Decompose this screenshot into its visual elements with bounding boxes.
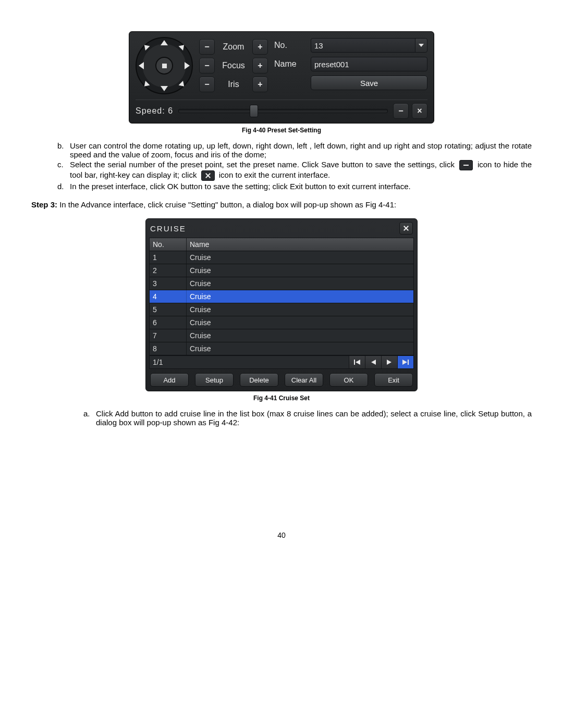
close-button[interactable]: × (412, 103, 427, 119)
row-no: 2 (150, 264, 187, 277)
preset-fields: No. 13 Name preset001 Save (274, 38, 427, 90)
preset-no-select[interactable]: 13 (311, 38, 427, 53)
row-name: Cruise (187, 251, 413, 264)
list-marker: a. (83, 409, 96, 427)
row-no: 5 (150, 303, 187, 316)
preset-set-panel: − Zoom + − Focus + − Iris + No. (129, 31, 434, 124)
table-row[interactable]: 4Cruise (150, 290, 413, 303)
row-name: Cruise (187, 303, 413, 316)
next-page-button[interactable] (381, 356, 397, 368)
table-row[interactable]: 3Cruise (150, 277, 413, 290)
table-row[interactable]: 2Cruise (150, 264, 413, 277)
instruction-list: b. User can control the dome rotating up… (31, 141, 532, 191)
row-name: Cruise (187, 264, 413, 277)
ptz-down-icon[interactable] (161, 86, 168, 91)
preset-name-value: preset001 (314, 60, 349, 69)
instruction-c: Select the serial number of the preset p… (70, 160, 532, 181)
last-page-icon (402, 360, 409, 365)
speed-label: Speed: (136, 106, 165, 115)
svg-rect-5 (408, 360, 409, 365)
focus-minus-button[interactable]: − (199, 58, 215, 73)
last-page-button[interactable] (397, 356, 413, 368)
list-marker: b. (57, 141, 70, 159)
chevron-down-icon (419, 44, 424, 47)
zoom-plus-button[interactable]: + (252, 39, 268, 55)
ptz-right-icon[interactable] (185, 62, 190, 69)
first-page-button[interactable] (349, 356, 365, 368)
setup-button[interactable]: Setup (195, 373, 234, 387)
table-row[interactable]: 7Cruise (150, 329, 413, 342)
page-number: 40 (31, 531, 532, 539)
cruise-title: CRUISE (150, 224, 186, 233)
cruise-dialog: CRUISE No. Name 1Cruise2Cruise3Cruise4Cr… (145, 218, 418, 391)
svg-marker-1 (356, 360, 360, 365)
ptz-direction-wheel[interactable] (136, 37, 193, 94)
instruction-d: In the preset interface, click OK button… (70, 182, 532, 191)
row-no: 1 (150, 251, 187, 264)
ok-button[interactable]: OK (329, 373, 368, 387)
speed-value: 6 (168, 106, 173, 115)
table-row[interactable]: 8Cruise (150, 342, 413, 355)
instruction-list-2: a. Click Add button to add cruise line i… (31, 409, 532, 427)
close-icon: × (417, 106, 422, 116)
page-indicator: 1/1 (150, 356, 349, 368)
svg-marker-4 (402, 360, 407, 365)
slider-thumb-icon[interactable] (250, 105, 258, 117)
focus-label: Focus (218, 61, 249, 70)
close-icon (201, 170, 215, 181)
prev-page-icon (371, 360, 376, 365)
delete-button[interactable]: Delete (240, 373, 278, 387)
row-name: Cruise (187, 329, 413, 342)
first-page-icon (354, 360, 360, 365)
cruise-pager: 1/1 (149, 356, 414, 369)
fig-4-40-caption: Fig 4-40 Preset Set-Setting (31, 127, 532, 134)
row-no: 6 (150, 316, 187, 329)
step-3: Step 3: In the Advance interface, click … (31, 200, 532, 209)
minimize-icon (459, 160, 473, 170)
ptz-up-icon[interactable] (161, 40, 168, 45)
preset-no-value: 13 (314, 41, 323, 50)
iris-plus-button[interactable]: + (252, 77, 268, 92)
instruction-b: User can control the dome rotating up, u… (70, 141, 532, 159)
dropdown-button[interactable] (415, 39, 427, 52)
speed-slider[interactable] (178, 105, 388, 117)
zoom-label: Zoom (218, 42, 249, 52)
table-row[interactable]: 6Cruise (150, 316, 413, 329)
iris-label: Iris (218, 80, 249, 89)
row-no: 4 (150, 290, 187, 303)
iris-minus-button[interactable]: − (199, 77, 215, 92)
clear-all-button[interactable]: Clear All (285, 373, 323, 387)
row-no: 8 (150, 342, 187, 355)
zoom-minus-button[interactable]: − (199, 39, 215, 55)
table-row[interactable]: 1Cruise (150, 251, 413, 264)
preset-no-label: No. (274, 41, 305, 50)
row-name: Cruise (187, 316, 413, 329)
save-button[interactable]: Save (311, 76, 427, 90)
focus-plus-button[interactable]: + (252, 58, 268, 73)
row-no: 3 (150, 277, 187, 290)
lens-controls: − Zoom + − Focus + − Iris + (199, 39, 268, 92)
row-name: Cruise (187, 277, 413, 290)
ptz-left-icon[interactable] (139, 62, 144, 69)
add-button[interactable]: Add (150, 373, 189, 387)
row-name: Cruise (187, 342, 413, 355)
svg-marker-3 (387, 360, 391, 365)
prev-page-button[interactable] (365, 356, 381, 368)
minimize-icon: − (398, 106, 403, 116)
minimize-button[interactable]: − (393, 103, 409, 119)
preset-name-input[interactable]: preset001 (311, 57, 427, 71)
stop-icon (162, 64, 167, 68)
cruise-table: No. Name 1Cruise2Cruise3Cruise4Cruise5Cr… (149, 238, 414, 356)
col-name: Name (187, 238, 413, 251)
preset-name-label: Name (274, 59, 305, 69)
svg-rect-0 (354, 360, 355, 365)
row-name: Cruise (187, 290, 413, 303)
list-marker: c. (57, 160, 70, 181)
exit-button[interactable]: Exit (374, 373, 413, 387)
instruction-a: Click Add button to add cruise line in t… (96, 409, 532, 427)
ptz-stop-button[interactable] (155, 57, 173, 75)
cruise-close-button[interactable] (399, 222, 413, 235)
svg-marker-2 (371, 360, 376, 365)
table-row[interactable]: 5Cruise (150, 303, 413, 316)
fig-4-41-caption: Fig 4-41 Cruise Set (31, 394, 532, 402)
